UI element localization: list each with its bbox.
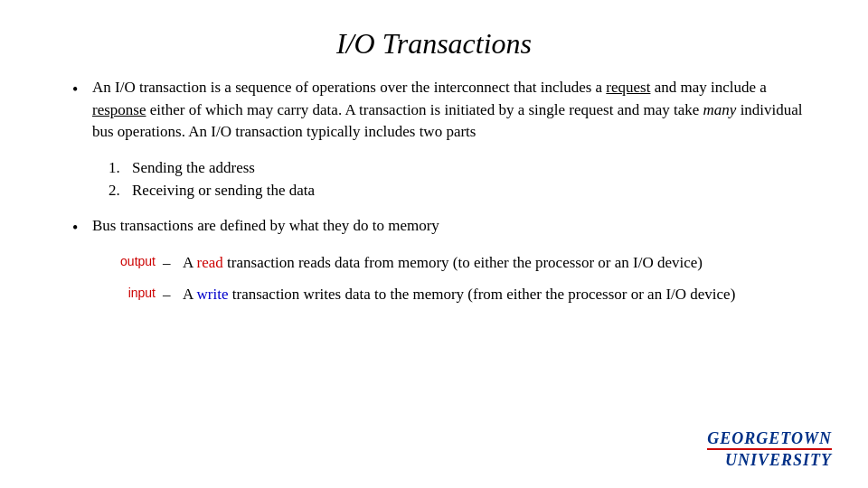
many-word: many — [703, 101, 737, 118]
bullet-dot-2: • — [72, 216, 92, 239]
list-item-2: 2. Receiving or sending the data — [108, 179, 814, 202]
dash-sym-1: – — [163, 252, 183, 275]
list-text-2: Receiving or sending the data — [132, 179, 315, 202]
slide-title: I/O Transactions — [54, 27, 814, 61]
bullet-dot-1: • — [72, 78, 92, 101]
dash-item-2: – A write transaction writes data to the… — [163, 284, 735, 306]
bullet-block-1: • An I/O transaction is a sequence of op… — [72, 77, 814, 144]
dash-block: output – A read transaction reads data f… — [108, 252, 814, 311]
dash-row-1: output – A read transaction reads data f… — [108, 252, 814, 280]
dash-text-1: A read transaction reads data from memor… — [183, 252, 703, 275]
write-word: write — [197, 286, 229, 303]
bullet-text-1: An I/O transaction is a sequence of oper… — [92, 77, 814, 144]
logo-underline: GEORGETOWN — [707, 429, 832, 450]
bullet-text-2: Bus transactions are defined by what the… — [92, 215, 814, 238]
list-num-1: 1. — [108, 156, 125, 180]
georgetown-logo: GEORGETOWN UNIVERSITY — [707, 429, 832, 470]
bullet-item-1: • An I/O transaction is a sequence of op… — [72, 77, 814, 144]
input-label: input — [108, 284, 163, 300]
bullet-item-2: • Bus transactions are defined by what t… — [72, 215, 814, 239]
list-num-2: 2. — [108, 179, 125, 202]
slide-container: I/O Transactions • An I/O transaction is… — [0, 0, 868, 488]
bullet-block-2: • Bus transactions are defined by what t… — [72, 215, 814, 239]
dash-text-2: A write transaction writes data to the m… — [183, 284, 735, 306]
output-label: output — [108, 252, 163, 268]
logo-line1: GEORGETOWN — [707, 429, 832, 448]
dash-item-1: – A read transaction reads data from mem… — [163, 252, 703, 275]
request-word: request — [606, 79, 650, 96]
logo-line2: UNIVERSITY — [707, 451, 832, 470]
list-item-1: 1. Sending the address — [108, 156, 814, 180]
dash-row-2: input – A write transaction writes data … — [108, 284, 814, 312]
dash-sym-2: – — [163, 284, 183, 306]
read-word: read — [197, 254, 223, 271]
numbered-list: 1. Sending the address 2. Receiving or s… — [108, 156, 814, 202]
list-text-1: Sending the address — [132, 156, 255, 180]
response-word: response — [92, 101, 146, 118]
